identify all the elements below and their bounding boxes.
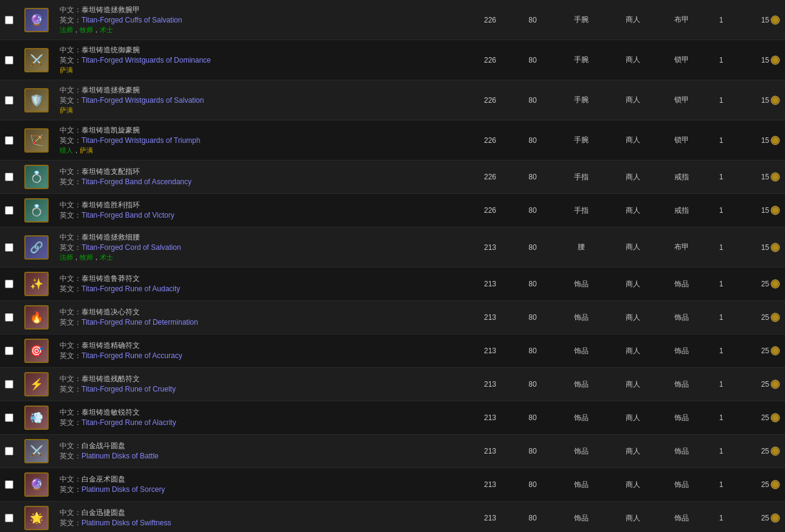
item-en-name[interactable]: 英文：Platinum Disks of Sorcery bbox=[60, 485, 464, 495]
item-count: 1 bbox=[706, 447, 736, 455]
row-checkbox[interactable] bbox=[5, 16, 13, 24]
item-en-name[interactable]: 英文：Titan-Forged Rune of Audacity bbox=[60, 284, 464, 294]
item-price: 15 bbox=[736, 15, 785, 25]
item-en-link[interactable]: Titan-Forged Rune of Alacrity bbox=[81, 418, 176, 427]
row-checkbox-cell bbox=[0, 514, 18, 522]
item-en-link[interactable]: Titan-Forged Cord of Salvation bbox=[81, 243, 181, 252]
item-icon: 🏹 bbox=[24, 128, 49, 153]
item-tags: 法师，牧师，术士 bbox=[60, 253, 464, 262]
row-checkbox[interactable] bbox=[5, 380, 13, 389]
item-en-link[interactable]: Titan-Forged Rune of Accuracy bbox=[81, 351, 182, 360]
currency-icon bbox=[770, 95, 780, 105]
item-name-cell: 中文：泰坦铸造拯救细腰 英文：Titan-Forged Cord of Salv… bbox=[55, 230, 469, 264]
item-en-link[interactable]: Platinum Disks of Swiftness bbox=[81, 519, 171, 527]
row-checkbox[interactable] bbox=[5, 280, 13, 288]
item-en-link[interactable]: Platinum Disks of Sorcery bbox=[81, 485, 165, 494]
currency-icon bbox=[770, 346, 780, 356]
currency-icon bbox=[770, 413, 780, 423]
item-slot: 饰品 bbox=[554, 513, 609, 523]
item-icon-cell: 🌟 bbox=[18, 506, 55, 530]
price-number: 25 bbox=[761, 313, 769, 322]
item-slot: 手腕 bbox=[554, 135, 609, 145]
item-en-name[interactable]: 英文：Titan-Forged Wristguards of Salvation bbox=[60, 95, 464, 106]
item-price: 25 bbox=[736, 279, 785, 289]
item-req-level: 80 bbox=[511, 313, 554, 322]
item-en-name[interactable]: 英文：Titan-Forged Band of Victory bbox=[60, 210, 464, 221]
price-number: 25 bbox=[761, 413, 769, 422]
item-en-link[interactable]: Titan-Forged Cuffs of Salvation bbox=[81, 16, 182, 24]
item-icon-glyph: 🔮 bbox=[30, 478, 43, 491]
row-checkbox[interactable] bbox=[5, 480, 13, 489]
item-icon-cell: 💍 bbox=[18, 198, 55, 223]
item-en-link[interactable]: Titan-Forged Band of Victory bbox=[81, 211, 175, 219]
item-type: 饰品 bbox=[657, 279, 706, 289]
price-number: 25 bbox=[761, 480, 769, 489]
item-req-level: 80 bbox=[511, 243, 554, 252]
table-row: 🔗 中文：泰坦铸造拯救细腰 英文：Titan-Forged Cord of Sa… bbox=[0, 227, 785, 268]
row-checkbox[interactable] bbox=[5, 313, 13, 322]
item-en-name[interactable]: 英文：Titan-Forged Rune of Alacrity bbox=[60, 418, 464, 428]
table-row: ⚔️ 中文：白金战斗圆盘 英文：Platinum Disks of Battle… bbox=[0, 435, 785, 468]
svg-point-5 bbox=[772, 97, 778, 103]
row-checkbox-cell bbox=[0, 280, 18, 288]
svg-point-17 bbox=[772, 314, 778, 320]
item-name-cell: 中文：泰坦铸造统御豪腕 英文：Titan-Forged Wristguards … bbox=[55, 43, 469, 77]
item-count: 1 bbox=[706, 347, 736, 355]
row-checkbox[interactable] bbox=[5, 206, 13, 215]
item-icon-cell: 💍 bbox=[18, 165, 55, 189]
item-en-name[interactable]: 英文：Titan-Forged Rune of Determination bbox=[60, 317, 464, 328]
row-checkbox[interactable] bbox=[5, 173, 13, 181]
item-tag: 猎人 bbox=[60, 147, 73, 154]
item-source: 商人 bbox=[609, 446, 657, 457]
item-type: 布甲 bbox=[657, 242, 706, 252]
item-en-link[interactable]: Platinum Disks of Battle bbox=[81, 452, 159, 460]
item-en-name[interactable]: 英文：Titan-Forged Rune of Accuracy bbox=[60, 351, 464, 361]
item-icon-glyph: 🔥 bbox=[30, 311, 43, 324]
item-count: 1 bbox=[706, 280, 736, 288]
item-count: 1 bbox=[706, 413, 736, 422]
row-checkbox[interactable] bbox=[5, 347, 13, 355]
item-en-name[interactable]: 英文：Titan-Forged Rune of Cruelty bbox=[60, 384, 464, 395]
item-source: 商人 bbox=[609, 379, 657, 390]
row-checkbox[interactable] bbox=[5, 514, 13, 522]
row-checkbox-cell bbox=[0, 243, 18, 252]
item-icon: 🔮 bbox=[24, 8, 49, 32]
item-type: 饰品 bbox=[657, 413, 706, 423]
item-en-name[interactable]: 英文：Titan-Forged Cord of Salvation bbox=[60, 243, 464, 253]
item-price: 15 bbox=[736, 55, 785, 65]
item-en-name[interactable]: 英文：Platinum Disks of Battle bbox=[60, 451, 464, 461]
row-checkbox[interactable] bbox=[5, 447, 13, 455]
item-en-name[interactable]: 英文：Platinum Disks of Swiftness bbox=[60, 518, 464, 528]
table-row: 🌟 中文：白金迅捷圆盘 英文：Platinum Disks of Swiftne… bbox=[0, 502, 785, 532]
row-checkbox-cell bbox=[0, 16, 18, 24]
item-price: 15 bbox=[736, 172, 785, 182]
item-en-name[interactable]: 英文：Titan-Forged Cuffs of Salvation bbox=[60, 15, 464, 26]
item-tag: 术士 bbox=[100, 26, 113, 33]
item-en-link[interactable]: Titan-Forged Band of Ascendancy bbox=[81, 178, 192, 186]
item-icon-cell: 🔥 bbox=[18, 305, 55, 330]
row-checkbox[interactable] bbox=[5, 56, 13, 64]
item-level: 213 bbox=[469, 347, 511, 355]
item-price: 25 bbox=[736, 480, 785, 489]
currency-icon bbox=[770, 480, 780, 489]
row-checkbox[interactable] bbox=[5, 413, 13, 422]
price-number: 25 bbox=[761, 514, 769, 522]
svg-point-11 bbox=[772, 207, 778, 213]
item-type: 戒指 bbox=[657, 172, 706, 182]
item-en-name[interactable]: 英文：Titan-Forged Wristguards of Dominance bbox=[60, 55, 464, 66]
item-en-link[interactable]: Titan-Forged Rune of Audacity bbox=[81, 285, 180, 293]
row-checkbox[interactable] bbox=[5, 136, 13, 145]
item-source: 商人 bbox=[609, 279, 657, 289]
item-en-link[interactable]: Titan-Forged Wristguards of Triumph bbox=[81, 136, 200, 145]
item-en-link[interactable]: Titan-Forged Wristguards of Dominance bbox=[81, 56, 211, 64]
item-icon-cell: 🛡️ bbox=[18, 88, 55, 112]
row-checkbox[interactable] bbox=[5, 243, 13, 252]
item-en-link[interactable]: Titan-Forged Wristguards of Salvation bbox=[81, 96, 204, 105]
item-en-link[interactable]: Titan-Forged Rune of Cruelty bbox=[81, 385, 176, 393]
item-en-name[interactable]: 英文：Titan-Forged Wristguards of Triumph bbox=[60, 136, 464, 146]
item-en-link[interactable]: Titan-Forged Rune of Determination bbox=[81, 318, 198, 326]
item-en-name[interactable]: 英文：Titan-Forged Band of Ascendancy bbox=[60, 177, 464, 187]
row-checkbox[interactable] bbox=[5, 96, 13, 105]
item-count: 1 bbox=[706, 16, 736, 24]
item-slot: 手腕 bbox=[554, 95, 609, 105]
